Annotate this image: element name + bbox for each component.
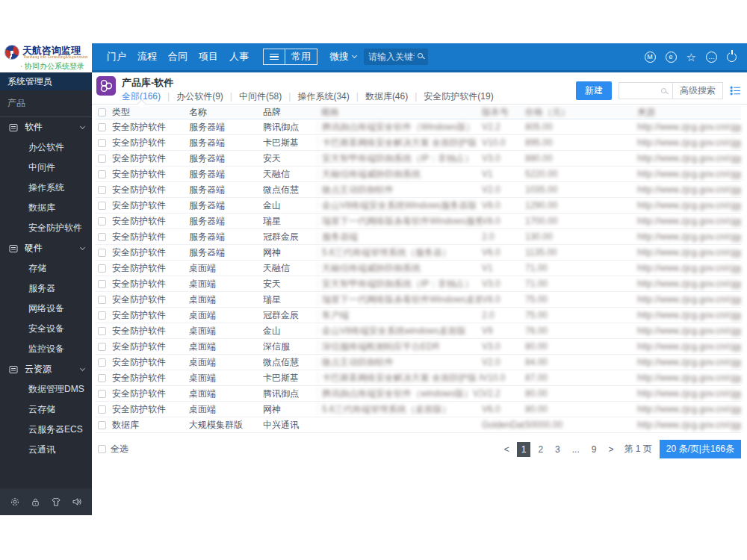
sound-icon[interactable] <box>72 497 82 507</box>
table-row[interactable]: 安全防护软件 桌面端 网神 5.6三代终端管理系统（桌面版） V6.0 80.0… <box>96 402 741 417</box>
filter-tab[interactable]: 安全防护软件(19) <box>408 90 493 103</box>
menu-toggle-button[interactable] <box>264 49 285 64</box>
lock-icon[interactable] <box>31 497 40 507</box>
row-checkbox[interactable] <box>98 233 106 241</box>
row-checkbox[interactable] <box>98 390 106 398</box>
nav-item-common[interactable]: 常用 <box>285 49 317 64</box>
row-checkbox[interactable] <box>98 405 106 414</box>
table-row[interactable]: 安全防护软件 桌面端 腾讯御点 腾讯御点终端安全软件（windows版）V2.2… <box>96 386 741 402</box>
sidebar-item[interactable]: 中间件 <box>0 158 92 178</box>
per-page-summary[interactable]: 20 条/页|共166条 <box>660 440 741 458</box>
table-row[interactable]: 安全防护软件 服务器端 网神 5.6三代终端管理系统（服务器） V6.0 113… <box>96 245 741 261</box>
table-row[interactable]: 安全防护软件 桌面端 安天 安天智甲终端防御系统（IP：非独占） V3.0 71… <box>96 276 741 292</box>
row-checkbox[interactable] <box>98 327 106 335</box>
row-checkbox[interactable] <box>98 139 106 147</box>
page-button[interactable]: ... <box>568 442 584 457</box>
sidebar-item[interactable]: 安全防护软件 <box>0 218 92 238</box>
search-scope-dropdown[interactable]: 微搜 <box>329 50 356 63</box>
row-checkbox[interactable] <box>98 249 106 257</box>
sidebar-item[interactable]: 数据库 <box>0 198 92 218</box>
sidebar-item[interactable]: 服务器 <box>0 279 92 299</box>
page-jump-label[interactable]: 第 1 页 <box>624 443 652 455</box>
cell-type: 安全防护软件 <box>112 199 189 212</box>
table-row[interactable]: 安全防护软件 服务器端 天融信 天融信终端威胁防御系统 V1 5220.00 h… <box>96 167 741 182</box>
table-row[interactable]: 安全防护软件 服务器端 瑞星 瑞星下一代网络版杀毒软件Windows服务器版 V… <box>96 214 741 229</box>
sidebar-item[interactable]: 监控设备 <box>0 339 92 359</box>
row-checkbox[interactable] <box>98 280 106 288</box>
sidebar-item[interactable]: 数据管理DMS <box>0 379 92 399</box>
sidebar-item[interactable]: 云存储 <box>0 399 92 420</box>
table-row[interactable]: 安全防护软件 桌面端 卡巴斯基 卡巴斯基网络安全解决方案 全面防护版 K10 V… <box>96 370 741 386</box>
advanced-search-button[interactable]: 高级搜索 <box>672 83 722 99</box>
row-checkbox[interactable] <box>98 217 106 225</box>
table-row[interactable]: 安全防护软件 服务器端 卡巴斯基 卡巴斯基网络安全解决方案 全面防护版 V10.… <box>96 135 741 151</box>
more-icon[interactable]: … <box>706 52 717 63</box>
sidebar-item[interactable]: 存储 <box>0 258 92 279</box>
filter-tab[interactable]: 数据库(46) <box>350 90 408 103</box>
table-row[interactable]: 安全防护软件 桌面端 冠群金辰 客户端 2.0 75.00 http://www… <box>96 308 741 323</box>
row-checkbox[interactable] <box>98 311 106 320</box>
page-button[interactable]: 3 <box>551 442 565 457</box>
table-row[interactable]: 安全防护软件 服务器端 微点佰慧 微点主动防御软件 V2.0 1035.00 h… <box>96 182 741 198</box>
header-checkbox[interactable] <box>98 108 106 116</box>
table-row[interactable]: 安全防护软件 桌面端 瑞星 瑞星下一代网络版杀毒软件Windows桌面版 V8.… <box>96 292 741 308</box>
row-checkbox[interactable] <box>98 374 106 382</box>
cell-source: http://www.zjcg.gov.cn/cjgg/ <box>637 341 741 352</box>
sidebar: 系统管理员 产品 软件 办公软件 <box>0 72 92 515</box>
sidebar-item[interactable]: 云服务器ECS <box>0 420 92 440</box>
sidebar-item[interactable]: 安全设备 <box>0 319 92 339</box>
oa-login-link[interactable]: · 协同办公系统登录 <box>20 61 84 72</box>
sidebar-item[interactable]: 操作系统 <box>0 178 92 198</box>
nav-item[interactable]: 项目 <box>199 50 218 63</box>
table-row[interactable]: 安全防护软件 桌面端 金山 金山V8终端安全系统windows桌面版 V9 76… <box>96 323 741 339</box>
filter-tab[interactable]: 中间件(58) <box>223 90 282 103</box>
nav-item[interactable]: 门户 <box>107 50 126 63</box>
row-checkbox[interactable] <box>98 264 106 273</box>
row-checkbox[interactable] <box>98 123 106 131</box>
page-button[interactable]: 2 <box>533 442 548 457</box>
table-row[interactable]: 数据库 大规模集群版 中兴通讯 GoldenData s... 50000.00… <box>96 417 741 433</box>
row-checkbox[interactable] <box>98 296 106 304</box>
e-badge-icon[interactable]: e <box>666 52 677 63</box>
row-checkbox[interactable] <box>98 343 106 351</box>
advanced-search-input[interactable] <box>619 83 661 99</box>
row-checkbox[interactable] <box>98 186 106 194</box>
list-view-icon[interactable] <box>730 85 741 96</box>
row-checkbox[interactable] <box>98 170 106 178</box>
row-checkbox[interactable] <box>98 421 106 429</box>
row-checkbox[interactable] <box>98 155 106 163</box>
table-row[interactable]: 安全防护软件 桌面端 微点佰慧 微点主动防御软件 V2.0 84.00 http… <box>96 355 741 370</box>
filter-tab[interactable]: 办公软件(9) <box>161 90 223 103</box>
table-row[interactable]: 安全防护软件 服务器端 金山 金山V8终端安全系统Windows服务器版 V8.… <box>96 198 741 214</box>
new-button[interactable]: 新建 <box>576 81 612 100</box>
nav-item[interactable]: 流程 <box>137 50 157 63</box>
cell-spec: 腾讯御点终端安全软件（Windows版） <box>317 121 482 134</box>
m-badge-icon[interactable]: M <box>645 52 656 63</box>
page-button[interactable]: 1 <box>517 442 531 457</box>
sidebar-group-header[interactable]: 云资源 <box>0 359 92 379</box>
search-icon[interactable] <box>418 53 423 58</box>
sidebar-item[interactable]: 网络设备 <box>0 299 92 319</box>
settings-icon[interactable] <box>10 497 20 507</box>
power-icon[interactable] <box>727 52 737 62</box>
select-all-checkbox[interactable] <box>98 445 106 453</box>
nav-item[interactable]: 人事 <box>229 50 249 63</box>
row-checkbox[interactable] <box>98 202 106 210</box>
row-checkbox[interactable] <box>98 358 106 367</box>
sidebar-group-header[interactable]: 软件 <box>0 117 92 137</box>
sidebar-item[interactable]: 办公软件 <box>0 137 92 158</box>
page-button[interactable]: 9 <box>587 442 601 457</box>
table-row[interactable]: 安全防护软件 服务器端 冠群金辰 服务器端 2.0 130.00 http://… <box>96 229 741 245</box>
filter-tab[interactable]: 操作系统(34) <box>282 90 349 103</box>
table-row[interactable]: 安全防护软件 桌面端 深信服 深信服终端检测响应平台EDR V3.0 80.00… <box>96 339 741 355</box>
table-row[interactable]: 安全防护软件 桌面端 天融信 天融信终端威胁防御系统 V1 71.00 http… <box>96 261 741 276</box>
star-icon[interactable]: ☆ <box>686 52 696 63</box>
nav-item[interactable]: 合同 <box>168 50 187 63</box>
sidebar-group-header[interactable]: 硬件 <box>0 238 92 258</box>
table-row[interactable]: 安全防护软件 服务器端 安天 安天智甲终端防御系统（IP：非独占） V3.0 8… <box>96 151 741 167</box>
sidebar-item[interactable]: 云通讯 <box>0 440 92 460</box>
table-row[interactable]: 安全防护软件 服务器端 腾讯御点 腾讯御点终端安全软件（Windows版） V2… <box>96 119 741 135</box>
page-button[interactable]: < <box>500 442 514 457</box>
page-button[interactable]: > <box>604 442 618 457</box>
theme-icon[interactable] <box>51 497 61 507</box>
